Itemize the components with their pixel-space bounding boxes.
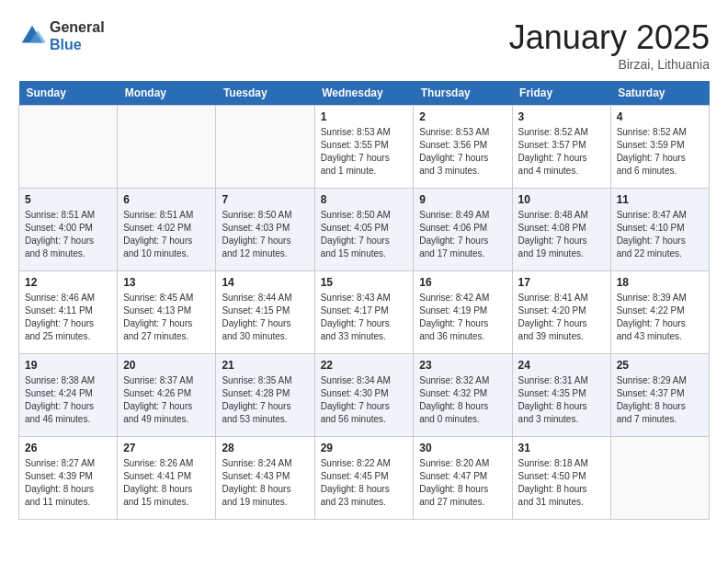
calendar-cell: 17Sunrise: 8:41 AM Sunset: 4:20 PM Dayli… bbox=[512, 271, 610, 354]
day-header-thursday: Thursday bbox=[414, 81, 512, 106]
calendar-cell: 14Sunrise: 8:44 AM Sunset: 4:15 PM Dayli… bbox=[216, 271, 314, 354]
day-number: 27 bbox=[123, 442, 210, 454]
calendar-week-1: 1Sunrise: 8:53 AM Sunset: 3:55 PM Daylig… bbox=[19, 106, 710, 189]
day-number: 19 bbox=[25, 359, 111, 372]
day-number: 6 bbox=[123, 193, 210, 206]
calendar-cell: 11Sunrise: 8:47 AM Sunset: 4:10 PM Dayli… bbox=[610, 189, 709, 271]
calendar-cell: 28Sunrise: 8:24 AM Sunset: 4:43 PM Dayli… bbox=[216, 437, 314, 520]
day-number: 10 bbox=[518, 193, 605, 206]
calendar-cell: 22Sunrise: 8:34 AM Sunset: 4:30 PM Dayli… bbox=[314, 354, 414, 437]
calendar-cell: 5Sunrise: 8:51 AM Sunset: 4:00 PM Daylig… bbox=[19, 189, 118, 271]
logo-general: General bbox=[50, 18, 105, 36]
calendar-cell: 29Sunrise: 8:22 AM Sunset: 4:45 PM Dayli… bbox=[314, 437, 414, 520]
day-info: Sunrise: 8:50 AM Sunset: 4:05 PM Dayligh… bbox=[321, 209, 408, 260]
calendar-week-5: 26Sunrise: 8:27 AM Sunset: 4:39 PM Dayli… bbox=[19, 437, 710, 520]
logo: General Blue bbox=[18, 18, 105, 53]
logo-text: General Blue bbox=[50, 18, 105, 53]
day-info: Sunrise: 8:18 AM Sunset: 4:50 PM Dayligh… bbox=[518, 457, 605, 509]
month-title: January 2025 bbox=[509, 18, 710, 57]
day-number: 8 bbox=[321, 193, 408, 206]
day-number: 30 bbox=[419, 442, 506, 454]
calendar-cell bbox=[216, 106, 314, 189]
logo-blue: Blue bbox=[50, 36, 105, 53]
day-number: 4 bbox=[617, 110, 703, 123]
day-number: 22 bbox=[321, 359, 408, 372]
day-number: 13 bbox=[123, 276, 210, 289]
day-info: Sunrise: 8:49 AM Sunset: 4:06 PM Dayligh… bbox=[419, 209, 506, 260]
day-number: 15 bbox=[321, 276, 408, 289]
day-info: Sunrise: 8:34 AM Sunset: 4:30 PM Dayligh… bbox=[321, 374, 408, 426]
day-info: Sunrise: 8:26 AM Sunset: 4:41 PM Dayligh… bbox=[123, 457, 210, 509]
calendar-cell: 10Sunrise: 8:48 AM Sunset: 4:08 PM Dayli… bbox=[512, 189, 610, 271]
day-number: 11 bbox=[617, 193, 703, 206]
day-info: Sunrise: 8:27 AM Sunset: 4:39 PM Dayligh… bbox=[25, 457, 111, 509]
calendar-cell: 3Sunrise: 8:52 AM Sunset: 3:57 PM Daylig… bbox=[512, 106, 610, 189]
calendar-cell: 9Sunrise: 8:49 AM Sunset: 4:06 PM Daylig… bbox=[414, 189, 512, 271]
day-number: 16 bbox=[419, 276, 506, 289]
day-info: Sunrise: 8:46 AM Sunset: 4:11 PM Dayligh… bbox=[25, 292, 111, 343]
day-header-monday: Monday bbox=[118, 81, 216, 106]
calendar: SundayMondayTuesdayWednesdayThursdayFrid… bbox=[18, 81, 710, 520]
day-info: Sunrise: 8:45 AM Sunset: 4:13 PM Dayligh… bbox=[123, 292, 210, 343]
day-info: Sunrise: 8:44 AM Sunset: 4:15 PM Dayligh… bbox=[222, 292, 308, 343]
day-info: Sunrise: 8:22 AM Sunset: 4:45 PM Dayligh… bbox=[321, 457, 408, 509]
calendar-cell: 7Sunrise: 8:50 AM Sunset: 4:03 PM Daylig… bbox=[216, 189, 314, 271]
day-number: 1 bbox=[321, 110, 408, 123]
day-info: Sunrise: 8:37 AM Sunset: 4:26 PM Dayligh… bbox=[123, 374, 210, 426]
day-info: Sunrise: 8:53 AM Sunset: 3:55 PM Dayligh… bbox=[321, 126, 408, 178]
day-header-sunday: Sunday bbox=[19, 81, 118, 106]
day-info: Sunrise: 8:51 AM Sunset: 4:02 PM Dayligh… bbox=[123, 209, 210, 260]
day-number: 24 bbox=[518, 359, 605, 372]
day-number: 25 bbox=[617, 359, 703, 372]
day-number: 29 bbox=[321, 442, 408, 454]
day-number: 21 bbox=[222, 359, 308, 372]
day-header-wednesday: Wednesday bbox=[314, 81, 414, 106]
calendar-cell: 20Sunrise: 8:37 AM Sunset: 4:26 PM Dayli… bbox=[118, 354, 216, 437]
day-info: Sunrise: 8:47 AM Sunset: 4:10 PM Dayligh… bbox=[617, 209, 703, 260]
day-number: 2 bbox=[419, 110, 506, 123]
day-number: 26 bbox=[25, 442, 111, 454]
day-info: Sunrise: 8:39 AM Sunset: 4:22 PM Dayligh… bbox=[617, 292, 703, 343]
day-header-saturday: Saturday bbox=[610, 81, 709, 106]
calendar-cell: 23Sunrise: 8:32 AM Sunset: 4:32 PM Dayli… bbox=[414, 354, 512, 437]
calendar-cell: 27Sunrise: 8:26 AM Sunset: 4:41 PM Dayli… bbox=[118, 437, 216, 520]
day-info: Sunrise: 8:29 AM Sunset: 4:37 PM Dayligh… bbox=[617, 374, 703, 426]
calendar-cell bbox=[118, 106, 216, 189]
day-info: Sunrise: 8:50 AM Sunset: 4:03 PM Dayligh… bbox=[222, 209, 308, 260]
day-number: 20 bbox=[123, 359, 210, 372]
calendar-cell: 26Sunrise: 8:27 AM Sunset: 4:39 PM Dayli… bbox=[19, 437, 118, 520]
day-info: Sunrise: 8:41 AM Sunset: 4:20 PM Dayligh… bbox=[518, 292, 605, 343]
calendar-cell: 25Sunrise: 8:29 AM Sunset: 4:37 PM Dayli… bbox=[610, 354, 709, 437]
day-info: Sunrise: 8:48 AM Sunset: 4:08 PM Dayligh… bbox=[518, 209, 605, 260]
location: Birzai, Lithuania bbox=[509, 57, 710, 72]
day-number: 31 bbox=[518, 442, 605, 454]
day-number: 17 bbox=[518, 276, 605, 289]
day-number: 7 bbox=[222, 193, 308, 206]
day-info: Sunrise: 8:52 AM Sunset: 3:57 PM Dayligh… bbox=[518, 126, 605, 178]
day-number: 23 bbox=[419, 359, 506, 372]
calendar-cell: 19Sunrise: 8:38 AM Sunset: 4:24 PM Dayli… bbox=[19, 354, 118, 437]
day-header-friday: Friday bbox=[512, 81, 610, 106]
calendar-cell: 13Sunrise: 8:45 AM Sunset: 4:13 PM Dayli… bbox=[118, 271, 216, 354]
day-info: Sunrise: 8:42 AM Sunset: 4:19 PM Dayligh… bbox=[419, 292, 506, 343]
calendar-cell: 8Sunrise: 8:50 AM Sunset: 4:05 PM Daylig… bbox=[314, 189, 414, 271]
day-info: Sunrise: 8:20 AM Sunset: 4:47 PM Dayligh… bbox=[419, 457, 506, 509]
day-info: Sunrise: 8:52 AM Sunset: 3:59 PM Dayligh… bbox=[617, 126, 703, 178]
calendar-cell bbox=[19, 106, 118, 189]
calendar-cell: 16Sunrise: 8:42 AM Sunset: 4:19 PM Dayli… bbox=[414, 271, 512, 354]
day-number: 28 bbox=[222, 442, 308, 454]
day-info: Sunrise: 8:38 AM Sunset: 4:24 PM Dayligh… bbox=[25, 374, 111, 426]
calendar-week-3: 12Sunrise: 8:46 AM Sunset: 4:11 PM Dayli… bbox=[19, 271, 710, 354]
day-info: Sunrise: 8:35 AM Sunset: 4:28 PM Dayligh… bbox=[222, 374, 308, 426]
day-number: 3 bbox=[518, 110, 605, 123]
day-info: Sunrise: 8:31 AM Sunset: 4:35 PM Dayligh… bbox=[518, 374, 605, 426]
day-info: Sunrise: 8:51 AM Sunset: 4:00 PM Dayligh… bbox=[25, 209, 111, 260]
title-area: January 2025 Birzai, Lithuania bbox=[509, 18, 710, 72]
calendar-cell: 4Sunrise: 8:52 AM Sunset: 3:59 PM Daylig… bbox=[610, 106, 709, 189]
day-number: 5 bbox=[25, 193, 111, 206]
day-header-tuesday: Tuesday bbox=[216, 81, 314, 106]
calendar-cell: 6Sunrise: 8:51 AM Sunset: 4:02 PM Daylig… bbox=[118, 189, 216, 271]
calendar-cell: 31Sunrise: 8:18 AM Sunset: 4:50 PM Dayli… bbox=[512, 437, 610, 520]
calendar-cell: 2Sunrise: 8:53 AM Sunset: 3:56 PM Daylig… bbox=[414, 106, 512, 189]
calendar-header-row: SundayMondayTuesdayWednesdayThursdayFrid… bbox=[19, 81, 710, 106]
